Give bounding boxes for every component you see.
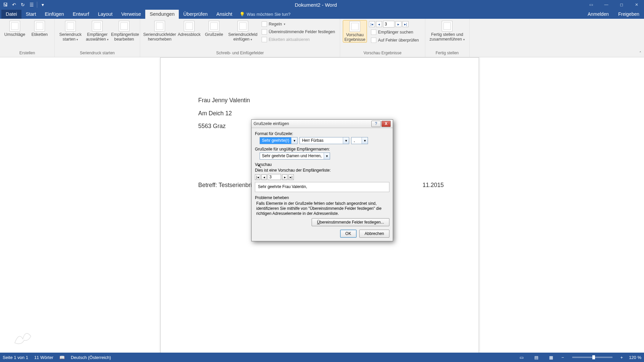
tab-view[interactable]: Ansicht [212,10,237,19]
insert-merge-field-button[interactable]: Seriendruckfeld einfügen [227,20,259,42]
tab-insert[interactable]: Einfügen [40,10,68,19]
edit-recipients-icon [119,21,129,32]
rules-button[interactable]: Regeln [260,21,337,27]
envelope-icon [9,21,20,32]
preview-icon [350,21,360,32]
collapse-ribbon-icon[interactable]: ˄ [639,51,641,56]
chevron-down-icon[interactable]: ▼ [343,137,349,144]
start-mail-merge-button[interactable]: Seriendruck starten [57,20,84,42]
group-create: Umschläge Etiketten Erstellen [0,19,55,57]
finish-icon [442,21,452,32]
zoom-out-icon[interactable]: − [561,355,564,360]
invalid-label: Grußzeile für ungültige Empfängernamen: [255,147,389,152]
print-layout-icon[interactable]: ▤ [532,354,541,361]
statusbar: Seite 1 von 1 11 Wörter 📖 Deutsch (Öster… [0,353,644,362]
page-indicator[interactable]: Seite 1 von 1 [3,355,28,360]
tell-me-search[interactable]: 💡 Was möchten Sie tun? [237,10,293,19]
tab-file[interactable]: Datei [1,10,21,19]
word-count[interactable]: 11 Wörter [34,355,53,360]
match-fields-button[interactable]: Übereinstimmende Felder festlegen [260,28,337,35]
search-icon [371,29,376,35]
record-number-input[interactable] [383,21,394,27]
close-icon[interactable]: ✕ [629,0,644,9]
highlight-fields-button[interactable]: Seriendruckfelder hervorheben [143,20,176,42]
quick-access-toolbar: 🖫 ↶ ↻ ☰ ▾ [0,1,48,8]
save-icon[interactable]: 🖫 [1,1,9,8]
tab-review[interactable]: Überprüfen [179,10,212,19]
minimize-icon[interactable]: — [599,0,614,9]
edit-recipients-button[interactable]: Empfängerliste bearbeiten [111,20,137,42]
last-record-icon[interactable]: ▸| [402,21,409,27]
check-errors-button[interactable]: Auf Fehler überprüfen [369,37,421,44]
name-format-combo[interactable]: Herr Fürbas▼ [300,137,349,144]
highlight-icon [154,21,165,32]
read-mode-icon[interactable]: ▭ [517,354,526,361]
dialog-close-icon[interactable]: X [381,121,391,127]
prev-record-icon[interactable]: ◂ [376,21,382,27]
zoom-slider[interactable] [572,357,612,358]
chevron-down-icon[interactable]: ▼ [362,137,368,144]
find-recipient-button[interactable]: Empfänger suchen [369,29,421,36]
tab-design[interactable]: Entwurf [68,10,94,19]
group-label: Schreib- und Einfügefelder [216,50,264,56]
preview-text: Sehr geehrte Frau Valentin, [258,184,307,189]
check-icon [371,38,376,43]
select-recipients-button[interactable]: Empfänger auswählen [84,20,110,42]
format-label: Format für Grußzeile: [255,131,389,136]
spellcheck-icon[interactable]: 📖 [59,355,65,360]
zoom-level[interactable]: 120 % [629,355,641,360]
language-indicator[interactable]: Deutsch (Österreich) [71,355,111,360]
chevron-down-icon[interactable]: ▼ [324,153,330,159]
group-finish: Fertig stellen und zusammenführen Fertig… [425,19,470,57]
preview-results-button[interactable]: Vorschau Ergebnisse [343,20,367,43]
prev-record-icon[interactable]: ◂ [261,174,267,180]
first-record-icon[interactable]: |◂ [255,174,260,180]
labels-button[interactable]: Etiketten [28,20,52,37]
touch-mode-icon[interactable]: ☰ [28,1,36,8]
recipient-name: Frau Jenny Valentin [198,96,445,105]
envelopes-button[interactable]: Umschläge [3,20,27,37]
greeting-format-combo[interactable]: Sehr geehrte(r)▼ [260,137,298,144]
cancel-button[interactable]: Abbrechen [359,230,389,238]
window-title: Dokument2 - Word [48,2,584,8]
zoom-in-icon[interactable]: + [621,355,623,360]
finish-merge-button[interactable]: Fertig stellen und zusammenführen [428,20,467,42]
address-icon [184,21,195,32]
tab-mailings[interactable]: Sendungen [145,10,179,19]
group-preview: Vorschau Ergebnisse |◂ ◂ ▸ ▸| Empfänger … [340,19,425,57]
punctuation-combo[interactable]: ,▼ [351,137,368,144]
dialog-titlebar[interactable]: Grußzeile einfügen ? X [252,120,393,128]
invalid-greeting-combo[interactable]: Sehr geehrte Damen und Herren,▼ [260,153,330,160]
last-record-icon[interactable]: ▸| [288,174,294,180]
next-record-icon[interactable]: ▸ [395,21,401,27]
titlebar: 🖫 ↶ ↻ ☰ ▾ Dokument2 - Word ▭ — ◻ ✕ [0,0,644,9]
tab-layout[interactable]: Layout [94,10,117,19]
share-button[interactable]: Freigeben [613,9,644,19]
first-record-icon[interactable]: |◂ [369,21,375,27]
qat-customize-icon[interactable]: ▾ [39,1,47,8]
web-layout-icon[interactable]: ▦ [547,354,555,361]
match-icon [262,29,267,35]
rules-icon [262,21,267,27]
tab-references[interactable]: Verweise [117,10,145,19]
redo-icon[interactable]: ↻ [19,1,27,8]
greeting-line-dialog: Grußzeile einfügen ? X Format für Grußze… [251,119,393,241]
maximize-icon[interactable]: ◻ [614,0,629,9]
cursor-icon: ↖ [258,163,262,169]
dialog-help-icon[interactable]: ? [371,121,381,127]
subject-line: Betreff: Testserienbri [198,182,252,189]
date-text: 11.2015 [423,182,444,189]
group-label: Erstellen [19,50,35,56]
undo-icon[interactable]: ↶ [10,1,18,8]
chevron-down-icon[interactable]: ▼ [291,137,297,144]
tab-home[interactable]: Start [21,10,41,19]
match-fields-button[interactable]: Übereinstimmende Felder festlegen... [312,218,389,226]
dialog-record-input[interactable] [268,174,281,180]
next-record-icon[interactable]: ▸ [282,174,287,180]
ribbon-display-icon[interactable]: ▭ [584,0,599,9]
address-block-button[interactable]: Adressblock [177,20,201,37]
ok-button[interactable]: OK [340,230,357,238]
greeting-line-button[interactable]: Grußzeile [202,20,226,37]
record-navigator: |◂ ◂ ▸ ▸| [369,21,421,27]
sign-in-link[interactable]: Anmelden [583,9,613,19]
